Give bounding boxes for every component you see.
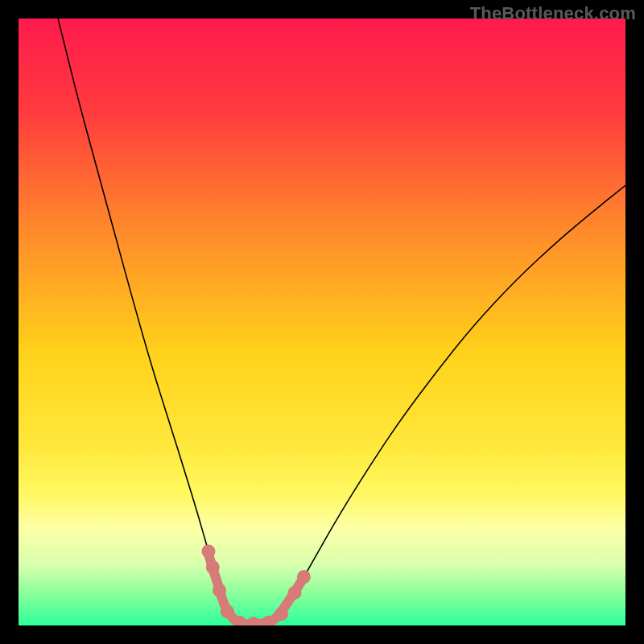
chart-plot-area [19, 19, 625, 625]
bottom-marker-dots-point [297, 570, 311, 584]
bottom-marker-dots-point [221, 605, 234, 618]
bottom-marker-dots-point [213, 584, 226, 597]
bottom-marker-dots-point [206, 560, 220, 574]
bottom-marker-dots-point [288, 586, 302, 600]
bottom-marker-dots-point [202, 545, 216, 559]
watermark-text: TheBottleneck.com [470, 3, 636, 24]
chart-svg [19, 19, 625, 625]
chart-frame: TheBottleneck.com [0, 0, 644, 644]
chart-background-gradient [19, 19, 625, 625]
bottom-marker-dots-point [275, 607, 288, 621]
